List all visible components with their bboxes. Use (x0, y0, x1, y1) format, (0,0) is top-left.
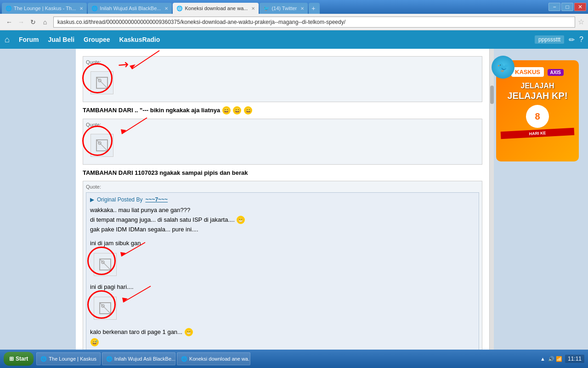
broken-image-icon (96, 76, 108, 89)
tab-1-label: The Lounge | Kaskus - Th... (14, 6, 76, 11)
taskbar-bottom: ⊞ Start 🌐 The Lounge | Kaskus 🌐 Inilah W… (0, 350, 588, 368)
mascot-figure: 🐦 (492, 56, 514, 79)
emoji-bottom-2: 😅 (90, 338, 99, 346)
kaskus-home-icon[interactable]: ⌂ (5, 35, 10, 45)
original-posted-by-label: Original Posted By (97, 196, 142, 203)
broken-image-icon-3 (99, 258, 112, 271)
windows-logo: ⊞ (9, 356, 14, 362)
tab-1[interactable]: 🌐 The Lounge | Kaskus - Th... ✕ (2, 3, 87, 14)
bottom-section: kalo berkenan taro di page 1 gan... 😁 😅 (90, 328, 475, 346)
nav-jualbeli[interactable]: Jual Beli (48, 36, 74, 43)
tab-2[interactable]: 🌐 Inilah Wujud Asli BlackBe... ✕ (88, 3, 172, 14)
emoji-bottom-1: 😁 (185, 328, 193, 336)
broken-image-icon-2 (96, 139, 108, 152)
ad-axis-tag: AXIS (548, 69, 564, 76)
address-input[interactable] (53, 17, 575, 28)
taskbar-item-2[interactable]: 🌐 Inilah Wujud Asli BlackBe... (102, 352, 175, 365)
title-bar: 🌐 The Lounge | Kaskus - Th... ✕ 🌐 Inilah… (0, 0, 588, 14)
bookmark-star-icon[interactable]: ☆ (578, 17, 584, 26)
tab-2-close[interactable]: ✕ (164, 6, 168, 11)
address-bar: ← → ↻ ⌂ ☆ (0, 14, 588, 30)
quote-image-wrapper-1: ↙ (86, 67, 118, 99)
emoji-grin: 😁 (237, 216, 245, 224)
tab-4-close[interactable]: ✕ (300, 6, 304, 11)
svg-line-1 (96, 77, 107, 88)
nav-buttons: ← → ↻ ⌂ (4, 17, 51, 28)
tab-3[interactable]: 🌐 Koneksi download ane wa... ✕ (173, 3, 259, 14)
main-content: Quote: ↙ (76, 49, 489, 350)
tab-3-label: Koneksi download ane wa... (185, 6, 248, 11)
quote-box-1: Quote: ↙ (83, 56, 482, 102)
maximize-button[interactable]: □ (561, 3, 573, 11)
svg-line-16 (100, 303, 111, 314)
ad-hari-ke: HARI KE (529, 131, 546, 136)
start-button[interactable]: ⊞ Start (4, 352, 34, 366)
morning-image-wrapper (90, 293, 120, 323)
taskbar-item-3-icon: 🌐 (181, 356, 187, 362)
minimize-button[interactable]: − (548, 3, 560, 11)
edit-icon[interactable]: ✏ (569, 35, 575, 44)
post-bold-2: TAMBAHAN DARI 1107023 ngakak sampai pipi… (83, 169, 248, 176)
image-placeholder-1 (90, 71, 113, 94)
busy-label-text: ini di jam sibuk gan (90, 240, 475, 247)
tray-icons: 🔊 📶 (548, 356, 562, 362)
tab-3-close[interactable]: ✕ (251, 6, 255, 11)
taskbar-tray: ▲ 🔊 📶 11:11 (540, 355, 584, 363)
back-button[interactable]: ← (4, 17, 15, 28)
scrollbar[interactable] (489, 49, 494, 350)
svg-line-11 (100, 259, 111, 270)
taskbar-item-1-icon: 🌐 (40, 356, 47, 362)
close-button[interactable]: ✕ (574, 3, 586, 11)
inner-quote-content: wakkaka.. mau liat punya ane gan??? di t… (90, 206, 475, 234)
ad-ribbon: HARI KE (501, 128, 575, 139)
emoji-2: 😄 (233, 106, 241, 115)
busy-section: ini di jam sibuk gan (90, 240, 475, 280)
quote-box-2: Quote: (83, 119, 482, 165)
taskbar-item-1[interactable]: 🌐 The Lounge | Kaskus (36, 352, 101, 365)
ad-kaskus-text: KASKUS (515, 69, 540, 75)
inner-line-2-text: di tempat magang juga... di salah satu I… (90, 216, 235, 223)
morning-label-text: ini di pagi hari.... (90, 283, 475, 290)
nav-groupee[interactable]: Groupee (84, 36, 110, 43)
quote-box-3: Quote: ▶ Original Posted By ~~~7~~~ wakk… (83, 181, 482, 350)
tab-4-label: (14) Twitter (271, 6, 297, 11)
start-label: Start (16, 356, 28, 362)
post-text-2: TAMBAHAN DARI 1107023 ngakak sampai pipi… (83, 168, 482, 178)
image-placeholder-3 (94, 253, 117, 276)
scrollbar-thumb[interactable] (490, 86, 494, 104)
username-box[interactable]: pppsssttt (535, 35, 564, 44)
ad-day-badge: 8 (526, 105, 549, 128)
browser-tabs: 🌐 The Lounge | Kaskus - Th... ✕ 🌐 Inilah… (2, 0, 548, 14)
help-icon[interactable]: ? (579, 35, 583, 44)
busy-image-wrapper (90, 249, 120, 280)
original-poster-name: ~~~7~~~ (145, 196, 168, 203)
taskbar-item-2-icon: 🌐 (106, 356, 113, 362)
new-tab-button[interactable]: + (309, 3, 320, 14)
svg-line-6 (96, 140, 107, 151)
image-placeholder-2 (90, 134, 113, 157)
emoji-1: 😄 (222, 106, 231, 115)
forward-button[interactable]: → (16, 17, 27, 28)
red-arrow-annotation-1: ↙ (114, 56, 132, 74)
nav-kaskusradio[interactable]: KaskusRadio (119, 36, 160, 43)
post-bold-1: TAMBAHAN DARI .. "--- bikin ngkakak aja … (83, 107, 222, 114)
home-button[interactable]: ⌂ (40, 17, 51, 28)
inner-quote-line-3: gak pake IDM IDMan segala... pure ini...… (90, 225, 475, 235)
nav-forum[interactable]: Forum (19, 36, 39, 43)
ad-kaskus-logo: KASKUS (511, 67, 544, 77)
ad-kp-line: JELAJAH KP! (501, 90, 574, 101)
post-text-1: TAMBAHAN DARI .. "--- bikin ngkakak aja … (83, 106, 482, 115)
nav-right: pppsssttt ✏ ? (535, 35, 583, 44)
svg-marker-9 (121, 129, 126, 134)
tab-4[interactable]: 🐦 (14) Twitter ✕ (260, 3, 308, 14)
refresh-button[interactable]: ↻ (28, 17, 39, 28)
system-clock: 11:11 (565, 355, 584, 363)
ad-banner[interactable]: 🐦 KASKUS AXIS JELAJAH JELAJAH KP! 8 (496, 60, 579, 161)
inner-quote-header: ▶ Original Posted By ~~~7~~~ (90, 196, 475, 203)
taskbar-item-3[interactable]: 🌐 Koneksi download ane wa... (177, 352, 250, 365)
left-sidebar-space (0, 49, 76, 350)
tab-1-icon: 🌐 (6, 6, 12, 12)
tab-1-close[interactable]: ✕ (79, 6, 83, 11)
inner-quote: ▶ Original Posted By ~~~7~~~ wakkaka.. m… (86, 192, 479, 350)
inner-quote-line-2: di tempat magang juga... di salah satu I… (90, 215, 475, 225)
